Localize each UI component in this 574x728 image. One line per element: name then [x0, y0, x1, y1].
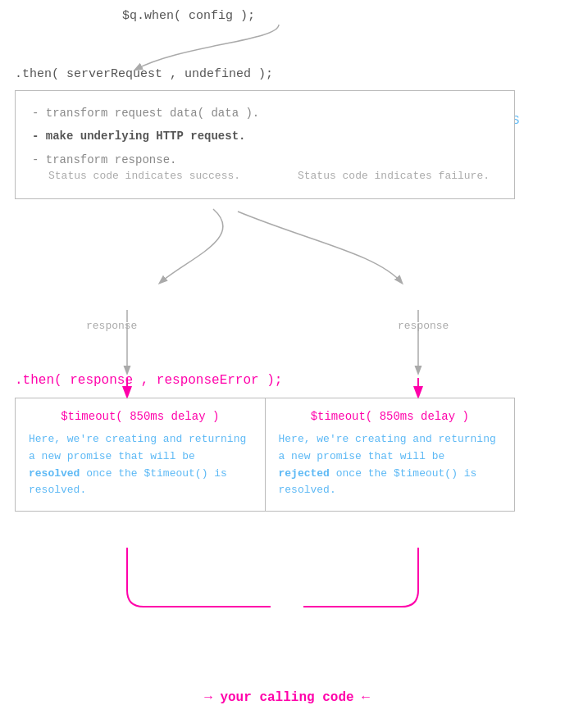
diagram: $q.when( config ); .then( serverRequest … — [0, 0, 574, 728]
status-failure: Status code indicates failure. — [298, 170, 490, 182]
bottom-boxes: $timeout( 850ms delay ) Here, we're crea… — [15, 398, 515, 512]
bottom-box-left: $timeout( 850ms delay ) Here, we're crea… — [16, 398, 266, 511]
box-item-1: - transform request data( data ). — [32, 104, 498, 122]
calling-code-area: → your calling code ← — [0, 690, 574, 705]
bottom-box-right: $timeout( 850ms delay ) Here, we're crea… — [266, 398, 515, 511]
resolved-word: resolved — [29, 467, 80, 480]
top-code-area: $q.when( config ); — [82, 8, 295, 23]
then-response-line: .then( response , responseError ); — [15, 373, 282, 388]
calling-code-label: → your calling code ← — [204, 690, 370, 705]
response-right-label: response — [398, 320, 449, 332]
rejected-word: rejected — [279, 467, 330, 480]
response-left-label: response — [86, 320, 137, 332]
status-success: Status code indicates success. — [48, 170, 240, 182]
main-box: - transform request data( data ). - make… — [15, 90, 515, 199]
bottom-left-title: $timeout( 850ms delay ) — [29, 410, 252, 423]
box-item-2: - make underlying HTTP request. — [32, 127, 498, 145]
top-code: $q.when( config ); — [122, 9, 255, 23]
then-line: .then( serverRequest , undefined ); — [15, 67, 273, 81]
bottom-right-desc: Here, we're creating and returning a new… — [279, 431, 502, 499]
box-item-3: - transform response. — [32, 151, 498, 169]
bottom-left-desc: Here, we're creating and returning a new… — [29, 431, 252, 499]
bottom-right-title: $timeout( 850ms delay ) — [279, 410, 502, 423]
